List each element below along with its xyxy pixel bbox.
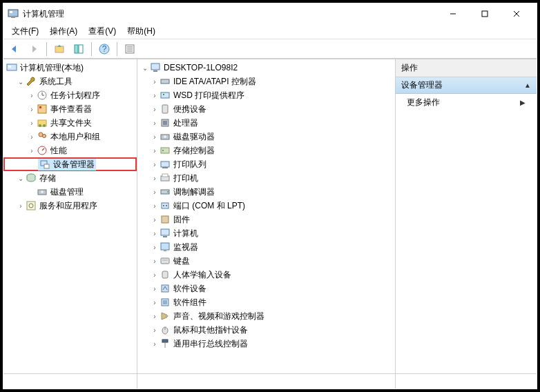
tree-device-manager[interactable]: 设备管理器 bbox=[3, 157, 137, 171]
expand-icon[interactable]: › bbox=[27, 147, 37, 155]
device-category[interactable]: ›处理器 bbox=[137, 116, 395, 130]
up-button[interactable] bbox=[51, 41, 68, 57]
device-category[interactable]: ›存储控制器 bbox=[137, 144, 395, 157]
menu-view[interactable]: 查看(V) bbox=[83, 24, 122, 39]
device-category[interactable]: ›端口 (COM 和 LPT) bbox=[137, 199, 395, 213]
svg-text:?: ? bbox=[102, 44, 107, 54]
device-category[interactable]: ›通用串行总线控制器 bbox=[137, 337, 395, 351]
device-category[interactable]: ›鼠标和其他指针设备 bbox=[137, 323, 395, 337]
expand-icon[interactable]: › bbox=[150, 175, 160, 182]
actions-header: 操作 bbox=[396, 59, 537, 77]
expand-icon[interactable]: › bbox=[150, 271, 160, 279]
expand-icon[interactable]: › bbox=[150, 326, 160, 334]
device-category[interactable]: ›调制解调器 bbox=[137, 185, 395, 199]
actions-panel: 操作 设备管理器 ▲ 更多操作 ▶ bbox=[396, 59, 537, 373]
expand-icon[interactable]: › bbox=[27, 106, 37, 113]
show-hide-tree-button[interactable] bbox=[70, 41, 87, 57]
device-category[interactable]: ›便携设备 bbox=[137, 102, 395, 116]
device-category[interactable]: ›IDE ATA/ATAPI 控制器 bbox=[137, 75, 395, 88]
device-category[interactable]: ›固件 bbox=[137, 213, 395, 226]
minimize-button[interactable] bbox=[437, 3, 469, 24]
device-category[interactable]: ›计算机 bbox=[137, 226, 395, 240]
forward-button[interactable] bbox=[26, 41, 42, 57]
collapse-icon[interactable]: ⌄ bbox=[140, 64, 150, 72]
tree-event-viewer[interactable]: › 事件查看器 bbox=[3, 102, 137, 116]
expand-icon[interactable]: › bbox=[150, 257, 160, 265]
svg-point-34 bbox=[41, 190, 44, 193]
toolbar-separator bbox=[117, 42, 117, 56]
actions-section[interactable]: 设备管理器 ▲ bbox=[396, 77, 537, 94]
device-category[interactable]: ›声音、视频和游戏控制器 bbox=[137, 309, 395, 323]
svg-rect-62 bbox=[164, 251, 166, 251]
titlebar: 计算机管理 bbox=[3, 3, 537, 24]
collapse-icon[interactable]: ⌄ bbox=[16, 175, 26, 182]
expand-icon[interactable]: › bbox=[150, 340, 160, 348]
expand-icon[interactable]: › bbox=[150, 285, 160, 293]
device-root[interactable]: ⌄ DESKTOP-1LO98I2 bbox=[137, 61, 395, 75]
print-queue-icon bbox=[160, 159, 171, 170]
tree-local-users[interactable]: › 本地用户和组 bbox=[3, 130, 137, 144]
expand-icon[interactable]: › bbox=[150, 244, 160, 251]
svg-point-57 bbox=[166, 205, 167, 206]
tree-root[interactable]: 计算机管理(本地) bbox=[3, 61, 137, 75]
tree-shared-folders[interactable]: › 共享文件夹 bbox=[3, 116, 137, 130]
expand-icon[interactable]: › bbox=[150, 78, 160, 86]
expand-icon[interactable]: › bbox=[27, 92, 37, 99]
tree-disk-mgmt[interactable]: 磁盘管理 bbox=[3, 185, 137, 199]
expand-icon[interactable]: › bbox=[27, 133, 37, 141]
tree-task-scheduler[interactable]: › 任务计划程序 bbox=[3, 88, 137, 102]
menu-action[interactable]: 操作(A) bbox=[44, 24, 83, 39]
audio-icon bbox=[160, 311, 171, 322]
device-category[interactable]: ›WSD 打印提供程序 bbox=[137, 88, 395, 102]
svg-rect-35 bbox=[27, 202, 35, 210]
device-category[interactable]: ›监视器 bbox=[137, 240, 395, 254]
keyboard-icon bbox=[160, 255, 171, 266]
device-category[interactable]: ›软件组件 bbox=[137, 295, 395, 309]
collapse-icon[interactable]: ⌄ bbox=[16, 78, 26, 86]
device-category[interactable]: ›人体学输入设备 bbox=[137, 268, 395, 282]
expand-icon[interactable]: › bbox=[150, 161, 160, 168]
tree-performance[interactable]: › 性能 bbox=[3, 144, 137, 157]
expand-icon[interactable]: › bbox=[150, 230, 160, 237]
device-category[interactable]: ›键盘 bbox=[137, 254, 395, 268]
svg-point-27 bbox=[43, 135, 46, 138]
expand-icon[interactable]: › bbox=[16, 202, 26, 210]
left-tree-panel[interactable]: 计算机管理(本地) ⌄ 系统工具 › 任务计划程序 › 事件查看器 › 共享文件… bbox=[3, 59, 137, 373]
expand-icon[interactable]: › bbox=[150, 92, 160, 99]
device-category[interactable]: ›打印队列 bbox=[137, 157, 395, 171]
expand-icon[interactable]: › bbox=[150, 147, 160, 155]
expand-icon[interactable]: › bbox=[27, 119, 37, 127]
tree-services-apps[interactable]: › 服务和应用程序 bbox=[3, 199, 137, 213]
maximize-button[interactable] bbox=[469, 3, 501, 24]
close-button[interactable] bbox=[501, 3, 532, 24]
expand-icon[interactable]: › bbox=[150, 299, 160, 306]
expand-icon[interactable]: › bbox=[150, 216, 160, 224]
software-device-icon bbox=[160, 283, 171, 294]
expand-icon[interactable]: › bbox=[150, 133, 160, 141]
expand-icon[interactable]: › bbox=[150, 202, 160, 210]
expand-icon[interactable]: › bbox=[150, 106, 160, 113]
menu-file[interactable]: 文件(F) bbox=[6, 24, 44, 39]
device-category[interactable]: ›打印机 bbox=[137, 171, 395, 185]
help-button[interactable]: ? bbox=[96, 41, 113, 57]
app-icon bbox=[8, 8, 19, 19]
menu-help[interactable]: 帮助(H) bbox=[122, 24, 161, 39]
back-button[interactable] bbox=[6, 41, 23, 57]
svg-rect-55 bbox=[162, 203, 168, 208]
device-tree-panel[interactable]: ⌄ DESKTOP-1LO98I2 ›IDE ATA/ATAPI 控制器›WSD… bbox=[137, 59, 396, 373]
expand-icon[interactable]: › bbox=[150, 188, 160, 196]
tree-storage[interactable]: ⌄ 存储 bbox=[3, 171, 137, 185]
expand-icon[interactable]: › bbox=[150, 119, 160, 127]
device-category[interactable]: ›磁盘驱动器 bbox=[137, 130, 395, 144]
window-controls bbox=[437, 3, 532, 24]
tree-system-tools[interactable]: ⌄ 系统工具 bbox=[3, 75, 137, 88]
statusbar bbox=[3, 373, 537, 389]
actions-more[interactable]: 更多操作 ▶ bbox=[396, 94, 537, 111]
properties-button[interactable] bbox=[122, 41, 138, 57]
svg-rect-1 bbox=[10, 11, 12, 13]
expand-icon[interactable]: › bbox=[150, 313, 160, 320]
svg-rect-9 bbox=[79, 45, 83, 53]
monitor-icon bbox=[160, 242, 171, 253]
device-category[interactable]: ›软件设备 bbox=[137, 282, 395, 295]
collapse-icon[interactable]: ▲ bbox=[524, 81, 531, 89]
